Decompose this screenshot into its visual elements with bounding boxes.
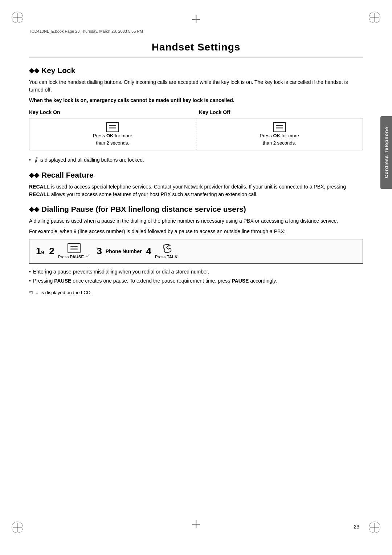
main-content: TCD410NL_E.book Page 23 Thursday, March … [29,29,363,522]
diamond-bullets-pause: ◆◆ [29,205,39,213]
key-lock-inner: Press OK for morethan 2 seconds. Press O… [29,118,363,150]
step2-lines [70,246,78,250]
phone-icon-on-lines [109,125,116,129]
corner-mark-br [369,522,380,533]
talk-bold: TALK [167,255,177,259]
key-lock-title: Key Lock [41,66,75,75]
lock-symbol: ‖ [34,155,37,164]
diag-line-2 [109,127,116,127]
pause-bullet2-dot: • [29,277,31,285]
recall-body-text: is used to access special telephone serv… [51,184,346,190]
dialling-pause-section: ◆◆ Dialling Pause (for PBX line/long dis… [29,205,363,296]
diamond-bullets-recall: ◆◆ [29,171,39,179]
recall-section: ◆◆ Recall Feature RECALL is used to acce… [29,171,363,198]
step3-label: Press PAUSE. *1 [58,254,90,260]
ok-bold-off: OK [273,133,280,138]
diamond-bullets-keylock: ◆◆ [29,66,39,74]
phone-number-label: Phone Number [106,248,142,254]
key-lock-body1: You can lock the handset dialling button… [29,78,363,94]
diag-line-4 [276,125,283,126]
footnote: *1 ↓ is displayed on the LCD. [29,288,363,297]
step2-num: 2 [49,246,54,257]
step1-sub: 9 [41,250,44,255]
step4-num: 4 [146,246,151,257]
key-lock-on-cell: Press OK for morethan 2 seconds. [29,118,196,150]
corner-mark-tc [192,15,200,23]
pause-bullet1-dot: • [29,268,31,276]
step3-num: 3 [97,246,102,257]
step2-box-icon [68,243,81,253]
key-lock-section: ◆◆ Key Lock You can lock the handset dia… [29,66,363,164]
page-number: 23 [354,524,359,530]
key-lock-bullet-text: is displayed and all dialling buttons ar… [40,156,144,164]
talk-label: Press TALK. [155,255,179,259]
pause-bold2: PAUSE [54,278,71,284]
talk-icon-svg [160,243,173,254]
footnote-text: is displayed on the LCD. [41,289,92,296]
diag-line-1 [109,125,116,126]
step1-number: 1 9 [36,246,44,257]
dial-diagram-box: 1 9 2 Press PAUSE. *1 [29,239,363,264]
recall-body: RECALL is used to access special telepho… [29,183,363,198]
recall-header: ◆◆ Recall Feature [29,171,363,179]
recall-body-text2: allows you to access some features of yo… [51,191,258,197]
step2-line2 [70,248,78,248]
step2-line3 [70,250,78,250]
corner-mark-bl [12,522,23,533]
diag-line-6 [276,129,283,129]
col-on-header: Key Lock On [29,108,193,117]
phone-icon-off-lines [276,125,283,129]
pause-symbol: ↓ [36,288,38,297]
dialling-pause-header: ◆◆ Dialling Pause (for PBX line/long dis… [29,205,363,214]
pause-bold: PAUSE [70,255,84,259]
phone-icon-on [106,122,119,132]
step4-icon-wrap: Press TALK. [155,243,179,259]
key-lock-bullet: • ‖ is displayed and all dialling button… [29,155,363,164]
pause-bold3: PAUSE [232,278,249,284]
recall-title: Recall Feature [41,171,94,179]
dialling-pause-body1: A dialling pause is used when a pause in… [29,217,363,225]
side-tab: Cordless Telephone [380,116,392,189]
pause-bullet1: • Entering a pause prevents misdialling … [29,268,363,276]
key-lock-header: ◆◆ Key Lock [29,66,363,75]
corner-mark-tl [12,12,23,23]
recall-bold: RECALL [29,184,50,190]
dialling-pause-title: Dialling Pause (for PBX line/long distan… [41,205,246,214]
phone-icon-off [273,122,286,132]
footnote-star: *1 [29,289,33,296]
corner-mark-tr [369,12,380,23]
key-lock-table: Press OK for morethan 2 seconds. Press O… [29,118,363,150]
diag-line-5 [276,127,283,127]
ok-bold-on: OK [106,133,114,138]
step2-icon-wrap: Press PAUSE. *1 [58,243,90,260]
col-off-header: Key Lock Off [193,108,363,117]
key-lock-off-cell: Press OK for morethan 2 seconds. [196,118,363,150]
bullet-dot: • [29,156,31,164]
pause-bullet2-text: Pressing PAUSE once creates one pause. T… [33,277,277,285]
diag-line-3 [109,129,116,129]
page-title: Handset Settings [29,41,363,57]
dialling-pause-body2: For example, when 9 (line access number)… [29,228,363,235]
file-info: TCD410NL_E.book Page 23 Thursday, March … [29,29,363,35]
step2-line1 [70,246,78,247]
key-lock-col-headers: Key Lock On Key Lock Off [29,108,363,117]
pause-bullet1-text: Entering a pause prevents misdialling wh… [33,268,209,276]
pause-bullet2: • Pressing PAUSE once creates one pause.… [29,277,363,285]
recall-bold2: RECALL [29,191,50,197]
side-tab-label: Cordless Telephone [384,127,389,178]
step1-num: 1 [36,246,41,257]
col-off-press-text: Press OK for morethan 2 seconds. [260,132,299,146]
col-on-press-text: Press OK for morethan 2 seconds. [93,132,132,146]
key-lock-body-bold: When the key lock is on, emergency calls… [29,97,363,104]
